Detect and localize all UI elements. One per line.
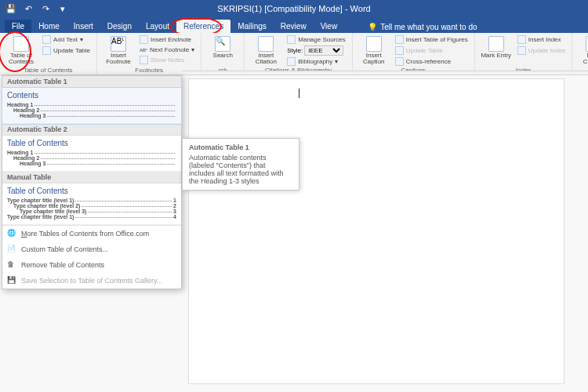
manage-sources-button[interactable]: Manage Sources (285, 34, 347, 45)
endnote-icon (140, 35, 148, 44)
ribbon-tabs: File Home Insert Design Layout Reference… (0, 17, 588, 33)
update-icon (517, 46, 526, 55)
custom-toc-menu[interactable]: 📄Custom Table of Contents... (2, 241, 181, 257)
gallery-section-label: Manual Table (2, 172, 181, 183)
document-page[interactable] (188, 78, 564, 384)
update-icon (42, 46, 51, 55)
search-icon: 🔍 (215, 36, 230, 52)
tab-design[interactable]: Design (100, 20, 139, 33)
bibliography-button[interactable]: Bibliography ▾ (285, 56, 347, 67)
redo-icon[interactable]: ↷ (39, 2, 52, 15)
citation-style-select[interactable]: Style: IEEE (285, 45, 347, 56)
gallery-section-label: Automatic Table 1 (2, 76, 181, 88)
remove-toc-menu[interactable]: 🗑Remove Table of Contents (2, 257, 181, 273)
tab-file[interactable]: File (5, 20, 31, 33)
tab-layout[interactable]: Layout (139, 20, 176, 33)
biblio-icon (287, 57, 296, 66)
show-notes-icon (140, 56, 148, 64)
gallery-menu: 🌐MMore Tables of Contents from Office.co… (2, 225, 181, 289)
tooltip-body: Automatic table contents (labeled "Conte… (189, 154, 292, 185)
title-bar: 💾 ↶ ↷ ▾ SKRIPSI(1) [Compatibility Mode] … (0, 0, 588, 17)
insert-citation-button[interactable]: Insert Citation (249, 34, 282, 67)
footnote-icon: AB1 (111, 36, 126, 52)
insert-endnote-button[interactable]: Insert Endnote (138, 34, 196, 45)
more-toc-menu[interactable]: 🌐MMore Tables of Contents from Office.co… (2, 226, 181, 241)
insert-table-of-figures-button[interactable]: Insert Table of Figures (394, 34, 470, 45)
table-of-contents-button[interactable]: Table of Contents (5, 34, 38, 66)
ruler (182, 71, 588, 74)
insert-index-button[interactable]: Insert Index (516, 34, 568, 45)
show-notes-button[interactable]: Show Notes (138, 55, 196, 65)
citation-icon (258, 36, 274, 52)
tooltip-title: Automatic Table 1 (189, 143, 292, 151)
custom-icon: 📄 (7, 245, 16, 254)
toc-gallery-dropdown: Automatic Table 1 Contents Heading 1 Hea… (2, 75, 182, 289)
update-table-button[interactable]: Update Table (41, 45, 92, 56)
preview-title: Contents (7, 91, 176, 100)
next-footnote-button[interactable]: AB¹ Next Footnote ▾ (138, 45, 196, 54)
tell-me-label: Tell me what you want to do (380, 23, 477, 31)
update-icon (395, 46, 404, 55)
save-selection-menu: 💾Save Selection to Table of Contents Gal… (2, 273, 181, 289)
tab-mailings[interactable]: Mailings (230, 20, 274, 33)
update-index-button[interactable]: Update Index (516, 45, 568, 56)
add-text-icon (42, 35, 51, 44)
gallery-item-auto2[interactable]: Table of Contents Heading 1 Heading 2 He… (2, 136, 181, 172)
update-captions-button[interactable]: Update Table (394, 45, 470, 56)
bulb-icon: 💡 (368, 23, 377, 31)
add-text-button[interactable]: Add Text ▾ (41, 34, 92, 45)
tab-home[interactable]: Home (31, 20, 67, 33)
manage-icon (287, 35, 296, 44)
window-title: SKRIPSI(1) [Compatibility Mode] - Word (217, 4, 370, 13)
globe-icon: 🌐 (7, 229, 16, 238)
remove-icon: 🗑 (7, 260, 16, 270)
preview-title: Table of Contents (7, 139, 176, 147)
tab-references[interactable]: References (176, 20, 230, 33)
undo-icon[interactable]: ↶ (22, 2, 34, 15)
toc-icon (13, 36, 29, 52)
tab-references-label: References (183, 22, 223, 31)
toc-button-label: Table of Contents (5, 53, 38, 66)
search-button[interactable]: 🔍 Search (206, 34, 239, 59)
mark-entry-icon (488, 36, 504, 52)
caption-icon (366, 36, 382, 52)
tab-review[interactable]: Review (274, 20, 314, 33)
save-icon: 💾 (7, 276, 16, 285)
figures-icon (395, 35, 404, 44)
quick-access-toolbar: 💾 ↶ ↷ ▾ (0, 2, 74, 15)
tell-me[interactable]: 💡 Tell me what you want to do (368, 23, 477, 33)
gallery-item-auto1[interactable]: Contents Heading 1 Heading 2 Heading 3 (2, 88, 181, 124)
tab-insert[interactable]: Insert (67, 20, 100, 33)
tooltip: Automatic Table 1 Automatic table conten… (182, 138, 299, 191)
qat-customize-icon[interactable]: ▾ (56, 2, 69, 15)
tab-view[interactable]: View (314, 20, 345, 33)
gallery-item-manual[interactable]: Table of Contents Type chapter title (le… (2, 183, 181, 225)
preview-title: Table of Contents (7, 187, 176, 195)
gallery-section-label: Automatic Table 2 (2, 124, 181, 136)
cross-reference-button[interactable]: Cross-reference (394, 56, 470, 67)
cross-ref-icon (395, 57, 404, 66)
text-cursor (299, 89, 299, 98)
save-icon[interactable]: 💾 (5, 2, 17, 15)
mark-citation-button[interactable]: Mark Citation (577, 34, 588, 66)
index-icon (517, 35, 526, 44)
insert-caption-button[interactable]: Insert Caption (358, 34, 390, 67)
group-label-toc: Table of Contents (5, 67, 92, 74)
mark-entry-button[interactable]: Mark Entry (480, 34, 513, 59)
insert-footnote-button[interactable]: AB1 Insert Footnote (102, 34, 135, 66)
ribbon: Table of Contents Add Text ▾ Update Tabl… (0, 33, 588, 75)
